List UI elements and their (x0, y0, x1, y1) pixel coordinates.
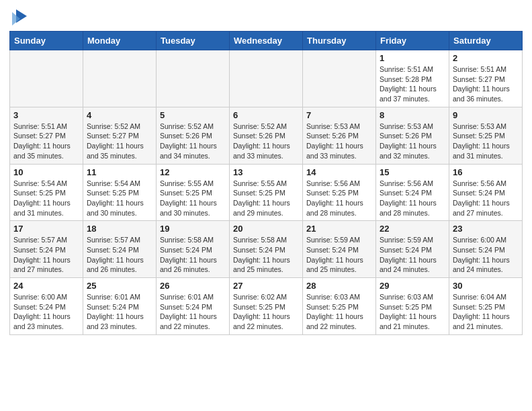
calendar-week-row: 1Sunrise: 5:51 AM Sunset: 5:28 PM Daylig… (10, 50, 523, 107)
day-number: 24 (13, 281, 79, 291)
calendar-day-cell: 26Sunrise: 6:01 AM Sunset: 5:24 PM Dayli… (157, 278, 230, 335)
calendar-day-cell: 25Sunrise: 6:01 AM Sunset: 5:24 PM Dayli… (83, 278, 157, 335)
calendar-week-row: 3Sunrise: 5:51 AM Sunset: 5:27 PM Daylig… (10, 107, 523, 164)
day-number: 9 (453, 110, 519, 120)
day-number: 5 (160, 110, 226, 120)
calendar-empty-cell (230, 50, 303, 107)
day-number: 10 (13, 167, 79, 177)
day-info: Sunrise: 5:51 AM Sunset: 5:27 PM Dayligh… (13, 122, 79, 161)
calendar-day-cell: 5Sunrise: 5:52 AM Sunset: 5:26 PM Daylig… (157, 107, 230, 164)
calendar-empty-cell (157, 50, 230, 107)
day-info: Sunrise: 5:58 AM Sunset: 5:24 PM Dayligh… (233, 235, 299, 275)
day-info: Sunrise: 6:02 AM Sunset: 5:25 PM Dayligh… (233, 292, 299, 332)
day-number: 23 (453, 224, 519, 234)
calendar-day-cell: 21Sunrise: 5:59 AM Sunset: 5:24 PM Dayli… (303, 221, 376, 278)
day-number: 2 (453, 53, 519, 63)
day-info: Sunrise: 5:52 AM Sunset: 5:26 PM Dayligh… (160, 122, 226, 161)
day-number: 22 (380, 224, 445, 234)
calendar-day-cell: 16Sunrise: 5:56 AM Sunset: 5:24 PM Dayli… (449, 164, 523, 221)
day-number: 26 (160, 281, 226, 291)
calendar-day-cell: 14Sunrise: 5:56 AM Sunset: 5:25 PM Dayli… (303, 164, 376, 221)
day-number: 17 (13, 224, 79, 234)
calendar-day-cell: 29Sunrise: 6:03 AM Sunset: 5:25 PM Dayli… (376, 278, 449, 335)
day-info: Sunrise: 5:54 AM Sunset: 5:25 PM Dayligh… (87, 179, 152, 218)
day-number: 15 (380, 167, 445, 177)
day-number: 12 (160, 167, 226, 177)
day-number: 28 (306, 281, 372, 291)
day-number: 20 (233, 224, 299, 234)
day-info: Sunrise: 5:59 AM Sunset: 5:24 PM Dayligh… (306, 235, 372, 275)
day-info: Sunrise: 6:04 AM Sunset: 5:25 PM Dayligh… (453, 292, 519, 332)
calendar-day-cell: 7Sunrise: 5:53 AM Sunset: 5:26 PM Daylig… (303, 107, 376, 164)
calendar-day-cell: 1Sunrise: 5:51 AM Sunset: 5:28 PM Daylig… (376, 50, 449, 107)
logo-icon (11, 7, 30, 26)
day-info: Sunrise: 5:55 AM Sunset: 5:25 PM Dayligh… (160, 179, 226, 218)
day-info: Sunrise: 5:55 AM Sunset: 5:25 PM Dayligh… (233, 179, 299, 218)
calendar-week-row: 17Sunrise: 5:57 AM Sunset: 5:24 PM Dayli… (10, 221, 523, 278)
day-info: Sunrise: 5:57 AM Sunset: 5:24 PM Dayligh… (13, 235, 79, 275)
calendar-day-cell: 4Sunrise: 5:52 AM Sunset: 5:27 PM Daylig… (83, 107, 157, 164)
calendar-day-cell: 3Sunrise: 5:51 AM Sunset: 5:27 PM Daylig… (10, 107, 83, 164)
day-info: Sunrise: 6:00 AM Sunset: 5:24 PM Dayligh… (13, 292, 79, 332)
calendar-day-cell: 10Sunrise: 5:54 AM Sunset: 5:25 PM Dayli… (10, 164, 83, 221)
calendar-day-cell: 9Sunrise: 5:53 AM Sunset: 5:25 PM Daylig… (449, 107, 523, 164)
day-number: 19 (160, 224, 226, 234)
day-info: Sunrise: 5:56 AM Sunset: 5:24 PM Dayligh… (380, 179, 445, 218)
day-info: Sunrise: 5:59 AM Sunset: 5:24 PM Dayligh… (380, 235, 445, 275)
day-info: Sunrise: 6:01 AM Sunset: 5:24 PM Dayligh… (87, 292, 152, 332)
day-number: 4 (87, 110, 152, 120)
calendar-week-row: 10Sunrise: 5:54 AM Sunset: 5:25 PM Dayli… (10, 164, 523, 221)
calendar-day-cell: 28Sunrise: 6:03 AM Sunset: 5:25 PM Dayli… (303, 278, 376, 335)
day-info: Sunrise: 5:52 AM Sunset: 5:27 PM Dayligh… (87, 122, 152, 161)
calendar-day-cell: 27Sunrise: 6:02 AM Sunset: 5:25 PM Dayli… (230, 278, 303, 335)
calendar-empty-cell (83, 50, 157, 107)
day-number: 27 (233, 281, 299, 291)
day-info: Sunrise: 5:58 AM Sunset: 5:24 PM Dayligh… (160, 235, 226, 275)
day-number: 25 (87, 281, 152, 291)
weekday-header-thursday: Thursday (303, 32, 376, 50)
calendar-day-cell: 19Sunrise: 5:58 AM Sunset: 5:24 PM Dayli… (157, 221, 230, 278)
calendar-day-cell: 24Sunrise: 6:00 AM Sunset: 5:24 PM Dayli… (10, 278, 83, 335)
page: SundayMondayTuesdayWednesdayThursdayFrid… (0, 0, 532, 345)
weekday-header-sunday: Sunday (10, 32, 83, 50)
calendar-day-cell: 30Sunrise: 6:04 AM Sunset: 5:25 PM Dayli… (449, 278, 523, 335)
day-number: 30 (453, 281, 519, 291)
calendar-table: SundayMondayTuesdayWednesdayThursdayFrid… (9, 31, 523, 335)
day-number: 18 (87, 224, 152, 234)
day-number: 11 (87, 167, 152, 177)
weekday-header-friday: Friday (376, 32, 449, 50)
day-info: Sunrise: 6:00 AM Sunset: 5:24 PM Dayligh… (453, 235, 519, 275)
day-number: 21 (306, 224, 372, 234)
day-info: Sunrise: 5:54 AM Sunset: 5:25 PM Dayligh… (13, 179, 79, 218)
day-info: Sunrise: 5:51 AM Sunset: 5:27 PM Dayligh… (453, 64, 519, 104)
calendar-day-cell: 22Sunrise: 5:59 AM Sunset: 5:24 PM Dayli… (376, 221, 449, 278)
weekday-header-tuesday: Tuesday (157, 32, 230, 50)
day-number: 6 (233, 110, 299, 120)
logo (9, 9, 30, 26)
calendar-week-row: 24Sunrise: 6:00 AM Sunset: 5:24 PM Dayli… (10, 278, 523, 335)
day-info: Sunrise: 5:53 AM Sunset: 5:25 PM Dayligh… (453, 122, 519, 161)
calendar-empty-cell (303, 50, 376, 107)
calendar-day-cell: 8Sunrise: 5:53 AM Sunset: 5:26 PM Daylig… (376, 107, 449, 164)
weekday-header-wednesday: Wednesday (230, 32, 303, 50)
calendar-day-cell: 20Sunrise: 5:58 AM Sunset: 5:24 PM Dayli… (230, 221, 303, 278)
day-info: Sunrise: 5:57 AM Sunset: 5:24 PM Dayligh… (87, 235, 152, 275)
calendar-day-cell: 17Sunrise: 5:57 AM Sunset: 5:24 PM Dayli… (10, 221, 83, 278)
day-number: 7 (306, 110, 372, 120)
weekday-header-monday: Monday (83, 32, 157, 50)
day-info: Sunrise: 6:03 AM Sunset: 5:25 PM Dayligh… (380, 292, 445, 332)
calendar-day-cell: 11Sunrise: 5:54 AM Sunset: 5:25 PM Dayli… (83, 164, 157, 221)
calendar-day-cell: 18Sunrise: 5:57 AM Sunset: 5:24 PM Dayli… (83, 221, 157, 278)
calendar-day-cell: 2Sunrise: 5:51 AM Sunset: 5:27 PM Daylig… (449, 50, 523, 107)
day-info: Sunrise: 5:53 AM Sunset: 5:26 PM Dayligh… (380, 122, 445, 161)
day-number: 1 (380, 53, 445, 63)
day-number: 29 (380, 281, 445, 291)
calendar-day-cell: 6Sunrise: 5:52 AM Sunset: 5:26 PM Daylig… (230, 107, 303, 164)
calendar-day-cell: 12Sunrise: 5:55 AM Sunset: 5:25 PM Dayli… (157, 164, 230, 221)
day-info: Sunrise: 5:53 AM Sunset: 5:26 PM Dayligh… (306, 122, 372, 161)
day-number: 3 (13, 110, 79, 120)
day-info: Sunrise: 6:01 AM Sunset: 5:24 PM Dayligh… (160, 292, 226, 332)
day-info: Sunrise: 5:52 AM Sunset: 5:26 PM Dayligh… (233, 122, 299, 161)
weekday-header-saturday: Saturday (449, 32, 523, 50)
day-number: 16 (453, 167, 519, 177)
